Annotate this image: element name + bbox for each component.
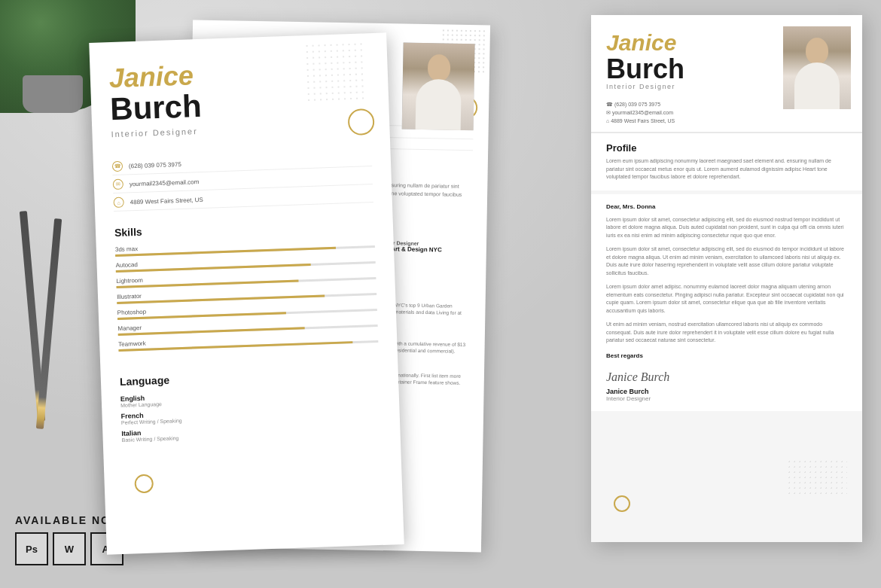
cover-sig-title: Interior Designer: [606, 395, 847, 402]
person-body-back: [415, 79, 461, 130]
cover-para-3: Lorem ipsum dolor amet adipisc. nonummy …: [606, 283, 847, 315]
main-dots-decoration: [303, 41, 366, 103]
cover-profile-heading: Profile: [606, 142, 847, 154]
cover-letter-card: Janice Burch Interior Designer ☎ (628) 0…: [591, 15, 862, 542]
photo-person-back: [402, 42, 475, 130]
address-icon: ⌂: [113, 197, 123, 208]
cover-regards: Best regards: [606, 352, 847, 359]
main-address-text: 4889 West Fairs Street, US: [130, 196, 203, 205]
skill-teamwork: Teamwork: [118, 332, 378, 352]
cover-gold-circle: [614, 495, 630, 512]
main-skills-section: Skills 3ds max Autocad Lightroom Illustr…: [95, 206, 398, 369]
pencil-2: [36, 218, 62, 429]
email-icon: ✉: [113, 179, 123, 190]
lang-italian: Italian Basic Writing / Speaking: [121, 421, 381, 443]
resume-main-card: Janice Burch Interior Designer ☎ (628) 0…: [89, 32, 404, 554]
cover-dear: Dear, Mrs. Donna: [606, 203, 847, 210]
cover-email: ✉ yourmail2345@email.com: [606, 110, 847, 116]
main-gold-circle-2: [134, 474, 154, 493]
cover-profile-text: Lorem eum ipsum adipiscing nonummy laore…: [606, 157, 847, 181]
person-head-cover: [806, 38, 828, 64]
phone-icon: ☎: [112, 161, 123, 172]
cover-header: Janice Burch Interior Designer: [591, 15, 862, 98]
cover-para-2: Lorem ipsum dolor sit amet, consectetur …: [606, 245, 847, 277]
cover-signature: Janice Burch: [606, 370, 847, 384]
cover-address: ⌂ 4889 West Fairs Street, US: [606, 118, 847, 123]
cover-para-1: Lorem ipsum dolor sit amet, consectetur …: [606, 216, 847, 240]
main-contact: ☎ (628) 039 075 3975 ✉ yourmail2345@emai…: [93, 151, 392, 212]
person-body-cover: [794, 62, 840, 109]
cover-letter-body: Dear, Mrs. Donna Lorem ipsum dolor sit a…: [591, 194, 862, 411]
photo-person-cover: [783, 26, 851, 109]
cover-para-4: Ut enim ad minim veniam, nostrud exercit…: [606, 321, 847, 345]
cover-sig-name: Janice Burch: [606, 388, 847, 395]
main-phone-text: (628) 039 075 3975: [129, 160, 181, 169]
badge-w: W: [53, 532, 86, 565]
main-email-text: yourmail2345@email.com: [130, 178, 200, 187]
badge-ps: Ps: [15, 532, 48, 565]
plant-pot: [23, 75, 83, 113]
person-head-back: [427, 54, 450, 81]
main-language-heading: Language: [120, 367, 380, 388]
dots-bottom: [787, 459, 847, 497]
back-photo: [402, 42, 475, 130]
cover-photo: [783, 26, 851, 109]
main-language-section: Language English Mother Language French …: [100, 358, 401, 455]
main-skills-heading: Skills: [114, 218, 374, 239]
cover-profile-section: Profile Lorem eum ipsum adipiscing nonum…: [591, 133, 862, 190]
